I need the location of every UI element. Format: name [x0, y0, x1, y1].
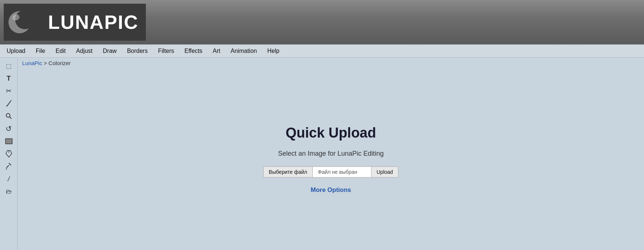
nav-effects[interactable]: Effects — [179, 45, 208, 57]
nav-upload[interactable]: Upload — [1, 45, 31, 57]
svg-line-4 — [7, 101, 11, 106]
nav-file[interactable]: File — [31, 45, 51, 57]
upload-panel: Quick Upload Select an Image for LunaPic… — [18, 68, 644, 250]
svg-line-13 — [6, 168, 7, 170]
select-image-subtitle: Select an Image for LunaPic Editing — [278, 150, 384, 158]
breadcrumb-current: Colorizer — [48, 60, 71, 66]
nav-borders[interactable]: Borders — [122, 45, 153, 57]
breadcrumb-home-link[interactable]: LunaPic — [22, 60, 42, 66]
svg-rect-9 — [6, 139, 12, 144]
logo-area: LUNAPIC — [4, 4, 146, 41]
text-tool[interactable]: T — [3, 73, 15, 84]
logo-icon — [4, 4, 41, 41]
logo-text: LUNAPIC — [48, 11, 138, 33]
breadcrumb: LunaPic > Colorizer — [18, 58, 644, 68]
rotate-tool[interactable]: ↺ — [3, 124, 15, 134]
choose-file-button[interactable]: Выберите файл — [263, 166, 312, 178]
toolbar-sidebar: ⬚ T ✂ ↺ / 🗁 — [0, 58, 18, 250]
selection-tool[interactable]: ⬚ — [3, 61, 15, 71]
quick-upload-title: Quick Upload — [286, 125, 376, 141]
file-upload-row: Выберите файл Файл не выбран Upload — [263, 166, 398, 178]
nav-draw[interactable]: Draw — [98, 45, 122, 57]
app-header: LUNAPIC — [0, 0, 644, 44]
nav-adjust[interactable]: Adjust — [71, 45, 97, 57]
svg-point-2 — [15, 10, 34, 29]
svg-line-6 — [11, 100, 11, 101]
nav-animation[interactable]: Animation — [226, 45, 262, 57]
zoom-tool[interactable] — [3, 111, 15, 121]
crop-tool[interactable] — [3, 136, 15, 146]
file-name-display: Файл не выбран — [312, 166, 371, 178]
svg-point-7 — [6, 114, 10, 117]
nav-edit[interactable]: Edit — [50, 45, 71, 57]
navbar: Upload File Edit Adjust Draw Borders Fil… — [0, 44, 644, 58]
main-area: ⬚ T ✂ ↺ / 🗁 LunaPic > Colorizer Quick Up… — [0, 58, 644, 250]
nav-filters[interactable]: Filters — [153, 45, 179, 57]
more-options-link[interactable]: More Options — [311, 186, 351, 194]
svg-line-8 — [10, 117, 11, 119]
pencil-tool[interactable] — [3, 98, 15, 109]
fill-tool[interactable] — [3, 149, 15, 159]
breadcrumb-separator: > — [42, 60, 48, 66]
main-content: LunaPic > Colorizer Quick Upload Select … — [18, 58, 644, 250]
nav-help[interactable]: Help — [262, 45, 285, 57]
folder-tool[interactable]: 🗁 — [3, 186, 15, 197]
eyedropper-tool[interactable] — [3, 161, 15, 172]
svg-line-12 — [7, 165, 9, 168]
upload-button[interactable]: Upload — [371, 166, 398, 178]
cut-tool[interactable]: ✂ — [3, 86, 15, 96]
svg-line-11 — [9, 163, 11, 165]
logo-text-area: LUNAPIC — [41, 4, 146, 41]
nav-art[interactable]: Art — [208, 45, 225, 57]
brush-tool[interactable]: / — [3, 174, 15, 184]
